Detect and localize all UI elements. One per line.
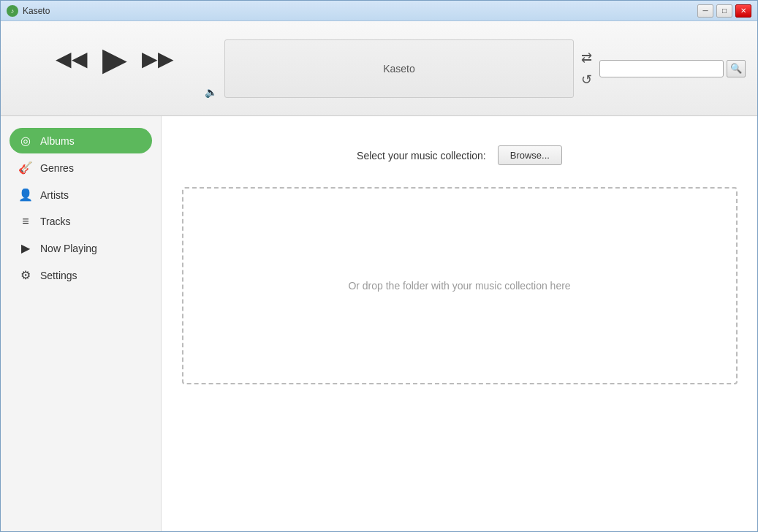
forward-button[interactable]: ▶▶ [140, 45, 175, 72]
artists-icon: 👤 [18, 188, 33, 202]
controls-row: ◀◀ ▶ ▶▶ [54, 39, 175, 79]
close-button[interactable]: ✕ [735, 4, 751, 18]
sidebar-item-label: Genres [40, 162, 74, 174]
albums-icon: ◎ [18, 134, 33, 148]
app-window: ♪ Kaseto ─ □ ✕ ◀◀ ▶ [0, 0, 758, 532]
search-button[interactable]: 🔍 [727, 60, 746, 77]
now-playing-icon: ▶ [18, 241, 33, 255]
app-icon: ♪ [7, 5, 18, 17]
sidebar-item-now-playing[interactable]: ▶ Now Playing [10, 235, 152, 261]
main-content: ◎ Albums 🎸 Genres 👤 Artists ≡ Tracks ▶ N… [1, 116, 757, 531]
play-button[interactable]: ▶ [101, 39, 129, 79]
sidebar: ◎ Albums 🎸 Genres 👤 Artists ≡ Tracks ▶ N… [1, 116, 162, 531]
sidebar-item-label: Settings [40, 270, 77, 281]
sidebar-item-label: Tracks [40, 216, 70, 227]
sidebar-item-artists[interactable]: 👤 Artists [10, 182, 152, 208]
title-bar: ♪ Kaseto ─ □ ✕ [1, 1, 757, 21]
window-controls: ─ □ ✕ [697, 4, 751, 18]
toolbar-inner: ◀◀ ▶ ▶▶ 🔈 Kaseto [12, 21, 746, 115]
repeat-button[interactable]: ↺ [581, 72, 592, 88]
sidebar-item-label: Now Playing [40, 243, 97, 254]
track-info: Kaseto [224, 39, 574, 98]
genres-icon: 🎸 [18, 161, 33, 175]
sidebar-item-settings[interactable]: ⚙ Settings [10, 262, 152, 288]
selector-label: Select your music collection: [357, 150, 486, 162]
sidebar-item-label: Artists [40, 189, 69, 201]
search-area: 🔍 [599, 60, 746, 77]
search-icon: 🔍 [730, 63, 742, 74]
drop-zone[interactable]: Or drop the folder with your music colle… [182, 187, 738, 384]
app-title: Kaseto [23, 6, 50, 16]
tracks-icon: ≡ [18, 215, 33, 228]
volume-row: 🔈 [205, 86, 217, 98]
sidebar-item-albums[interactable]: ◎ Albums [10, 128, 152, 153]
restore-button[interactable]: □ [716, 4, 732, 18]
collection-selector: Select your music collection: Browse... [357, 145, 562, 165]
toolbar-top: ◀◀ ▶ ▶▶ 🔈 Kaseto [12, 36, 746, 102]
search-input[interactable] [599, 60, 724, 77]
volume-icon: 🔈 [205, 86, 217, 98]
browse-button[interactable]: Browse... [498, 145, 562, 165]
content-area: Select your music collection: Browse... … [162, 116, 757, 531]
shuffle-button[interactable]: ⇄ [581, 50, 592, 66]
right-controls: ⇄ ↺ [581, 50, 592, 88]
sidebar-item-genres[interactable]: 🎸 Genres [10, 155, 152, 180]
track-title: Kaseto [383, 63, 415, 75]
sidebar-item-tracks[interactable]: ≡ Tracks [10, 209, 152, 234]
rewind-button[interactable]: ◀◀ [54, 45, 89, 72]
settings-icon: ⚙ [18, 268, 33, 282]
title-bar-left: ♪ Kaseto [7, 5, 50, 17]
player-controls: ◀◀ ▶ ▶▶ 🔈 [12, 39, 217, 98]
toolbar: ◀◀ ▶ ▶▶ 🔈 Kaseto [1, 21, 757, 116]
drop-zone-text: Or drop the folder with your music colle… [348, 280, 570, 292]
sidebar-item-label: Albums [40, 135, 75, 147]
minimize-button[interactable]: ─ [697, 4, 713, 18]
